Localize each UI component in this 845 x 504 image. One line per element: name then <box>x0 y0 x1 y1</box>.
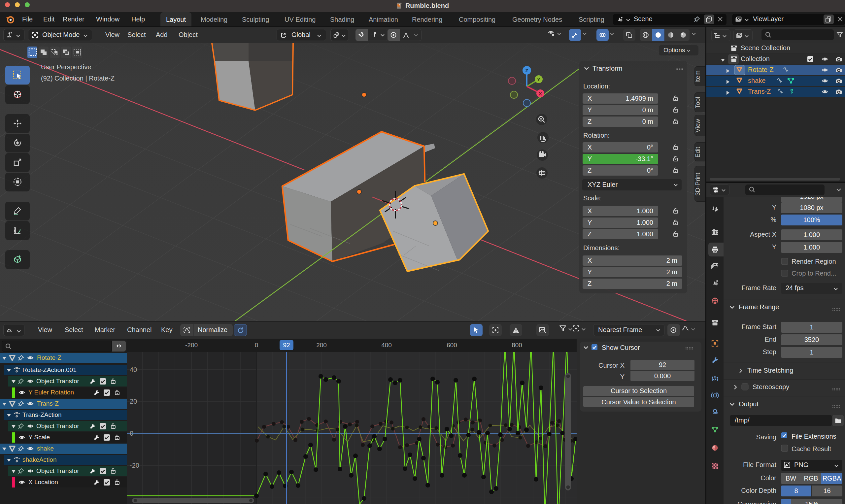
svg-text:20: 20 <box>130 398 137 405</box>
svg-text:X: X <box>539 91 542 96</box>
svg-text:Z: Z <box>525 68 528 73</box>
svg-text:40: 40 <box>130 366 137 373</box>
svg-text:Y: Y <box>537 76 540 82</box>
svg-text:-20: -20 <box>130 462 139 469</box>
svg-text:0: 0 <box>130 430 133 437</box>
